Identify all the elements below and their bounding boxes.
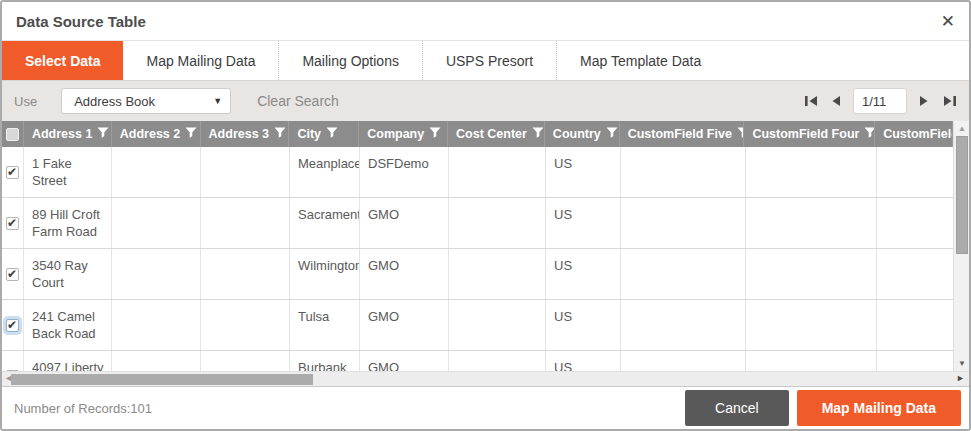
row-checkbox[interactable] bbox=[6, 319, 19, 332]
cell: 1 Fake Street bbox=[24, 147, 112, 197]
clear-search-button[interactable]: Clear Search bbox=[257, 93, 339, 109]
cell bbox=[877, 249, 955, 299]
tab-usps-presort[interactable]: USPS Presort bbox=[422, 41, 556, 80]
cell bbox=[201, 249, 290, 299]
header-cell-customfield[interactable]: CustomField bbox=[875, 121, 953, 147]
header-cell-city[interactable]: City bbox=[289, 121, 359, 147]
cell: US bbox=[546, 351, 621, 371]
cell bbox=[201, 351, 290, 371]
page-input[interactable] bbox=[853, 88, 907, 114]
row-checkbox[interactable] bbox=[6, 217, 19, 230]
table-row: 89 Hill Croft Farm RoadSacramentoGMOUS bbox=[2, 198, 953, 249]
scroll-right-icon[interactable]: ► bbox=[956, 373, 965, 383]
cell bbox=[877, 147, 955, 197]
cell bbox=[621, 351, 746, 371]
scroll-up-icon[interactable]: ▲ bbox=[954, 124, 969, 133]
table-row: 3540 Ray CourtWilmingtonGMOUS bbox=[2, 249, 953, 300]
next-page-icon[interactable] bbox=[916, 94, 932, 108]
table-row: 4097 Liberty AvenueBurbankGMOUS bbox=[2, 351, 953, 371]
cell: GMO bbox=[360, 300, 449, 350]
chevron-down-icon: ▼ bbox=[213, 96, 222, 106]
row-select-cell bbox=[2, 249, 24, 299]
cell bbox=[621, 198, 746, 248]
cell: US bbox=[546, 198, 621, 248]
header-cell bbox=[2, 121, 24, 147]
row-select-cell bbox=[2, 147, 24, 197]
grid-header-row: Address 1Address 2Address 3CityCompanyCo… bbox=[2, 121, 953, 147]
header-cell-company[interactable]: Company bbox=[359, 121, 448, 147]
cell bbox=[112, 300, 201, 350]
cell: 241 Camel Back Road bbox=[24, 300, 112, 350]
cell: US bbox=[546, 147, 621, 197]
datasource-select[interactable]: Address Book ▼ bbox=[61, 88, 231, 114]
cell bbox=[746, 249, 877, 299]
cell: 4097 Liberty Avenue bbox=[24, 351, 112, 371]
cell bbox=[621, 147, 746, 197]
cell: 3540 Ray Court bbox=[24, 249, 112, 299]
tab-bar: Select DataMap Mailing DataMailing Optio… bbox=[2, 40, 969, 81]
cell bbox=[877, 351, 955, 371]
header-cell-address-2[interactable]: Address 2 bbox=[112, 121, 201, 147]
row-select-cell bbox=[2, 198, 24, 248]
cell bbox=[449, 147, 546, 197]
tab-map-mailing-data[interactable]: Map Mailing Data bbox=[123, 41, 278, 80]
previous-page-icon[interactable] bbox=[828, 94, 844, 108]
cell bbox=[449, 249, 546, 299]
filter-funnel-icon[interactable] bbox=[737, 127, 745, 141]
cell: Burbank bbox=[290, 351, 360, 371]
vscroll-thumb[interactable] bbox=[956, 136, 968, 254]
scroll-down-icon[interactable]: ▼ bbox=[954, 359, 969, 368]
horizontal-scrollbar[interactable]: ◄ ► bbox=[2, 371, 969, 386]
header-cell-customfield-four[interactable]: CustomField Four bbox=[744, 121, 875, 147]
tab-map-template-data[interactable]: Map Template Data bbox=[556, 41, 724, 80]
cell bbox=[746, 198, 877, 248]
header-cell-cost-center[interactable]: Cost Center bbox=[448, 121, 545, 147]
cell: Sacramento bbox=[290, 198, 360, 248]
close-icon[interactable]: ✕ bbox=[941, 13, 955, 30]
header-cell-customfield-five[interactable]: CustomField Five bbox=[620, 121, 745, 147]
filter-funnel-icon[interactable] bbox=[864, 127, 875, 141]
filter-funnel-icon[interactable] bbox=[185, 127, 197, 141]
header-cell-country[interactable]: Country bbox=[545, 121, 620, 147]
cell bbox=[201, 147, 290, 197]
datasource-selected-value: Address Book bbox=[74, 94, 213, 109]
header-cell-address-3[interactable]: Address 3 bbox=[201, 121, 290, 147]
header-cell-address-1[interactable]: Address 1 bbox=[24, 121, 112, 147]
cell: 89 Hill Croft Farm Road bbox=[24, 198, 112, 248]
filter-funnel-icon[interactable] bbox=[532, 127, 544, 141]
filter-funnel-icon[interactable] bbox=[97, 127, 109, 141]
filter-funnel-icon[interactable] bbox=[606, 127, 618, 141]
cell: Tulsa bbox=[290, 300, 360, 350]
cell bbox=[877, 198, 955, 248]
cell: GMO bbox=[360, 351, 449, 371]
row-checkbox[interactable] bbox=[6, 166, 19, 179]
filter-funnel-icon[interactable] bbox=[326, 127, 338, 141]
cell bbox=[621, 300, 746, 350]
row-checkbox[interactable] bbox=[6, 268, 19, 281]
cancel-button[interactable]: Cancel bbox=[685, 390, 789, 426]
vertical-scrollbar[interactable]: ▲ ▼ bbox=[953, 121, 969, 371]
cell bbox=[746, 300, 877, 350]
tab-select-data[interactable]: Select Data bbox=[2, 41, 123, 80]
filter-funnel-icon[interactable] bbox=[429, 127, 441, 141]
hscroll-thumb[interactable] bbox=[11, 374, 313, 385]
cell: DSFDemo bbox=[360, 147, 449, 197]
cell: GMO bbox=[360, 249, 449, 299]
cell bbox=[449, 198, 546, 248]
last-page-icon[interactable] bbox=[941, 94, 957, 108]
records-count: Number of Records:101 bbox=[14, 401, 152, 416]
dialog-titlebar: Data Source Table ✕ bbox=[2, 2, 969, 40]
first-page-icon[interactable] bbox=[803, 94, 819, 108]
data-grid: Address 1Address 2Address 3CityCompanyCo… bbox=[2, 121, 969, 371]
dialog-footer: Number of Records:101 Cancel Map Mailing… bbox=[2, 386, 969, 429]
select-all-checkbox[interactable] bbox=[6, 128, 19, 141]
tab-mailing-options[interactable]: Mailing Options bbox=[278, 41, 422, 80]
cell: GMO bbox=[360, 198, 449, 248]
cell bbox=[449, 351, 546, 371]
table-row: 1 Fake StreetMeanplaceDSFDemoUS bbox=[2, 147, 953, 198]
cell bbox=[112, 351, 201, 371]
filter-funnel-icon[interactable] bbox=[274, 127, 286, 141]
cell bbox=[621, 249, 746, 299]
map-mailing-data-button[interactable]: Map Mailing Data bbox=[797, 390, 961, 426]
cell: Wilmington bbox=[290, 249, 360, 299]
